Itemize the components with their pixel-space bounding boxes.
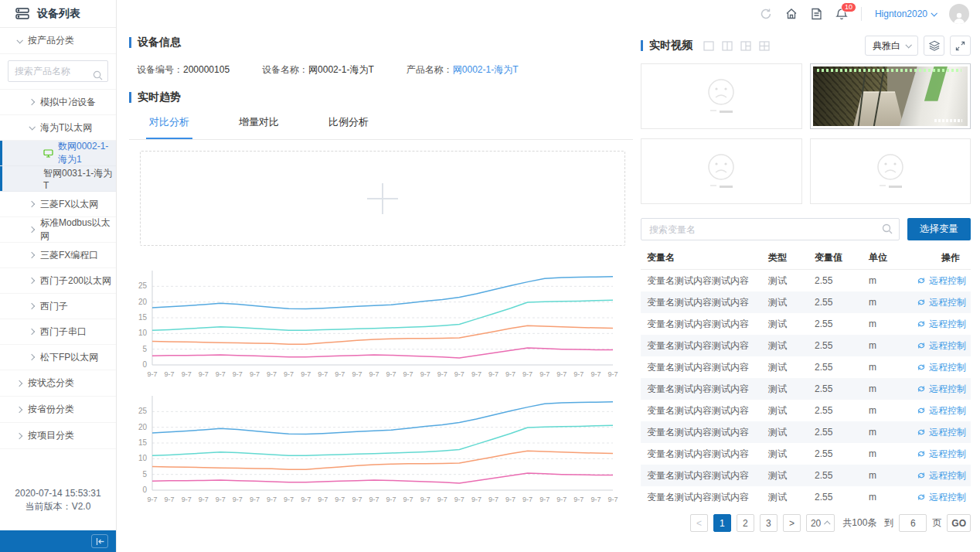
cell-unit: m — [869, 470, 917, 481]
jump-to-label: 到 — [884, 516, 893, 530]
fullscreen-button[interactable] — [950, 36, 971, 56]
chevron-right-icon — [29, 227, 35, 233]
remote-control-link[interactable]: 远程控制 — [917, 448, 971, 461]
tree-item-label: 模拟中冶设备 — [40, 96, 96, 109]
topbar-divider — [861, 7, 862, 21]
next-page-button[interactable]: > — [783, 514, 801, 532]
tree-device[interactable]: 智网0031-1-海为T — [0, 166, 116, 192]
cell-type: 测试 — [768, 361, 815, 374]
avatar[interactable] — [949, 4, 969, 24]
page-button-1[interactable]: 1 — [713, 514, 731, 532]
svg-text:9-7: 9-7 — [471, 496, 481, 503]
remote-control-link[interactable]: 远程控制 — [917, 469, 971, 482]
collapse-sidebar-icon[interactable] — [91, 534, 108, 548]
tree-section[interactable]: 按产品分类 — [0, 28, 116, 54]
remote-control-link[interactable]: 远程控制 — [917, 296, 971, 309]
product-name-link[interactable]: 网0002-1-海为T — [453, 64, 519, 75]
video-cell-3[interactable] — [641, 138, 802, 204]
layout-2-icon[interactable] — [722, 41, 733, 51]
user-menu[interactable]: Hignton2020 — [875, 9, 936, 19]
tab-增量对比[interactable]: 增量对比 — [236, 111, 282, 139]
add-chart-placeholder[interactable] — [140, 151, 625, 246]
remote-control-link[interactable]: 远程控制 — [917, 318, 971, 331]
remote-control-link[interactable]: 远程控制 — [917, 404, 971, 417]
tab-对比分析[interactable]: 对比分析 — [146, 111, 192, 139]
remote-control-label: 远程控制 — [929, 339, 966, 353]
notifications-button[interactable]: 10 — [835, 8, 848, 21]
tree-section[interactable]: 按状态分类 — [0, 370, 116, 397]
select-variable-button[interactable]: 选择变量 — [907, 218, 971, 240]
layout-3-icon[interactable] — [740, 41, 751, 51]
video-cell-2[interactable] — [810, 63, 971, 129]
page-button-2[interactable]: 2 — [737, 514, 754, 532]
video-cell-4[interactable] — [810, 138, 971, 204]
cell-value: 2.55 — [815, 297, 869, 308]
remote-control-link[interactable]: 远程控制 — [917, 426, 971, 439]
tree-group[interactable]: 西门子串口 — [0, 319, 116, 345]
refresh-icon[interactable] — [760, 8, 772, 20]
column-header-4: 单位 — [869, 251, 917, 264]
video-theme-select[interactable]: 典雅白 — [865, 36, 918, 56]
prev-page-button[interactable]: < — [690, 514, 708, 532]
tree-section[interactable]: 按省份分类 — [0, 397, 116, 423]
chevron-right-icon — [29, 99, 35, 105]
tree-group[interactable]: 松下FP以太网 — [0, 345, 116, 370]
document-icon[interactable] — [811, 8, 822, 20]
tree-group[interactable]: 三菱FX以太网 — [0, 192, 116, 217]
svg-text:9-7: 9-7 — [522, 496, 533, 503]
page-button-3[interactable]: 3 — [760, 514, 778, 532]
remote-control-link[interactable]: 远程控制 — [917, 383, 971, 396]
table-row: 变量名测试内容测试内容测试2.55m远程控制 — [641, 378, 971, 400]
tree-group[interactable]: 西门子200以太网 — [0, 268, 116, 294]
remote-control-link[interactable]: 远程控制 — [917, 361, 971, 374]
section-accent-bar — [129, 37, 131, 48]
svg-text:10: 10 — [138, 454, 148, 462]
go-button[interactable]: GO — [947, 514, 971, 532]
cell-variable-name: 变量名测试内容测试内容 — [647, 491, 768, 504]
tree-group[interactable]: 模拟中冶设备 — [0, 90, 116, 115]
video-grid — [641, 63, 971, 204]
layers-button[interactable] — [924, 36, 944, 56]
remote-control-link[interactable]: 远程控制 — [917, 274, 971, 288]
video-tools: 典雅白 — [865, 36, 971, 56]
table-row: 变量名测试内容测试内容测试2.55m远程控制 — [641, 400, 971, 421]
svg-text:9-7: 9-7 — [454, 496, 464, 503]
no-video-placeholder-icon — [694, 150, 748, 193]
cell-unit: m — [869, 383, 917, 394]
tree-group[interactable]: 三菱FX编程口 — [0, 243, 116, 268]
layout-1-icon[interactable] — [703, 41, 714, 51]
jump-page-input[interactable] — [899, 514, 927, 532]
page-size-value: 20 — [811, 518, 821, 529]
svg-text:9-7: 9-7 — [318, 370, 328, 378]
page-size-select[interactable]: 20 — [806, 514, 835, 532]
tree-section[interactable]: 按项目分类 — [0, 423, 116, 449]
svg-text:20: 20 — [138, 423, 148, 431]
cell-type: 测试 — [768, 274, 815, 288]
remote-control-link[interactable]: 远程控制 — [917, 339, 971, 353]
cell-value: 2.55 — [815, 448, 869, 459]
device-info-label: 设备名称： — [262, 64, 308, 75]
table-row: 变量名测试内容测试内容测试2.55m远程控制 — [641, 335, 971, 356]
page-suffix-label: 页 — [932, 516, 941, 530]
tree-group[interactable]: 标准Modbus以太网 — [0, 217, 116, 243]
remote-control-link[interactable]: 远程控制 — [917, 491, 971, 504]
svg-text:9-7: 9-7 — [165, 496, 175, 503]
table-row: 变量名测试内容测试内容测试2.55m远程控制 — [641, 270, 971, 291]
tree-device[interactable]: 数网0002-1-海为1 — [0, 141, 116, 166]
tree-group[interactable]: 西门子 — [0, 294, 116, 319]
svg-text:9-7: 9-7 — [284, 370, 294, 378]
home-icon[interactable] — [785, 8, 798, 20]
svg-text:9-7: 9-7 — [607, 496, 618, 503]
video-cell-1[interactable] — [641, 63, 802, 129]
variable-search-input[interactable] — [641, 218, 900, 240]
search-icon — [93, 70, 103, 80]
chevron-right-icon — [29, 278, 35, 284]
footer-version: 当前版本：V2.0 — [0, 500, 116, 513]
cell-value: 2.55 — [815, 470, 869, 481]
svg-text:9-7: 9-7 — [403, 370, 413, 378]
tree-group[interactable]: 海为T以太网 — [0, 115, 116, 141]
remote-control-label: 远程控制 — [929, 296, 966, 309]
svg-text:9-7: 9-7 — [250, 370, 260, 378]
tab-比例分析[interactable]: 比例分析 — [325, 111, 372, 139]
layout-4-icon[interactable] — [759, 41, 770, 51]
